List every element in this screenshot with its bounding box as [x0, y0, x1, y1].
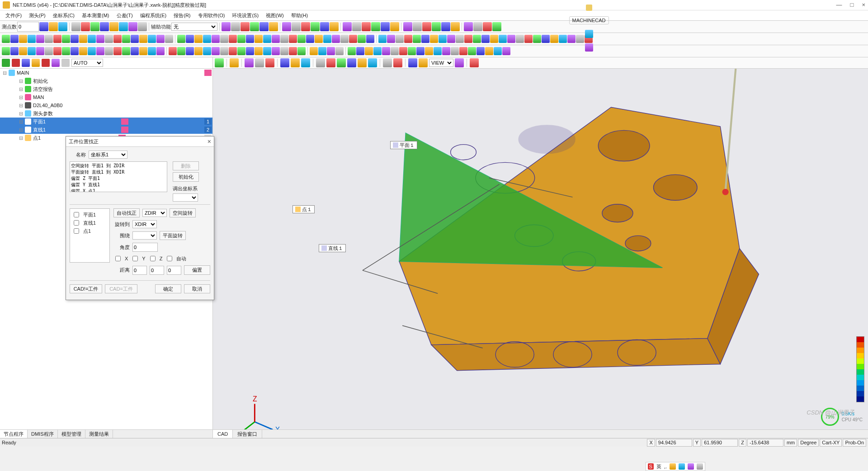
points-input[interactable]	[17, 22, 39, 32]
tree-node[interactable]: ⊟平面11	[0, 118, 212, 126]
tb-icon[interactable]	[269, 22, 278, 31]
tree-node[interactable]: ⊟MAIN	[0, 69, 212, 77]
chk-y[interactable]	[132, 256, 138, 261]
view-icon[interactable]	[301, 58, 310, 67]
tb-icon[interactable]	[22, 59, 30, 67]
feature-icon[interactable]	[19, 47, 27, 55]
tab-node-program[interactable]: 节点程序	[0, 430, 28, 438]
shape-icon[interactable]	[177, 35, 185, 43]
callout-line[interactable]: 直线１	[319, 244, 346, 252]
autoalign-button[interactable]: 自动找正	[113, 208, 140, 217]
shape-icon[interactable]	[88, 35, 96, 43]
view-icon[interactable]	[383, 58, 392, 67]
tb-icon[interactable]	[128, 22, 137, 31]
feature-icon[interactable]	[88, 47, 96, 55]
tb-icon[interactable]	[100, 22, 109, 31]
probe-status[interactable]: Prob-On	[843, 439, 866, 447]
view-icon[interactable]	[291, 58, 300, 67]
feature-icon[interactable]	[28, 47, 36, 55]
init-button[interactable]: 初始化	[173, 172, 199, 181]
shape-icon[interactable]	[297, 35, 306, 43]
shape-icon[interactable]	[19, 35, 27, 43]
feature-icon[interactable]	[186, 47, 194, 55]
chk-z[interactable]	[150, 256, 156, 261]
shape-icon[interactable]	[96, 35, 104, 43]
tab-results[interactable]: 测量结果	[85, 430, 113, 438]
menu-help[interactable]: 帮助(H)	[288, 11, 311, 19]
tab-dmis-program[interactable]: DMIS程序	[28, 430, 58, 438]
menu-coord[interactable]: 坐标系(C)	[49, 11, 78, 19]
tb-icon[interactable]	[301, 22, 310, 31]
shape-icon[interactable]	[105, 35, 113, 43]
tab-report[interactable]: 报告窗口	[233, 430, 262, 438]
menu-view[interactable]: 视图(W)	[262, 11, 288, 19]
dialog-titlebar[interactable]: 工件位置找正 ×	[66, 137, 214, 147]
shape-icon[interactable]	[237, 35, 245, 43]
offset-button[interactable]: 偏置	[184, 265, 210, 274]
chk-plane[interactable]	[74, 212, 79, 217]
shape-icon[interactable]	[10, 35, 19, 43]
feature-icon[interactable]	[212, 47, 220, 55]
shape-icon[interactable]	[280, 35, 288, 43]
shape-icon[interactable]	[79, 35, 87, 43]
view-icon[interactable]	[368, 58, 377, 67]
tree-node[interactable]: ⊟直线12	[0, 126, 212, 134]
unit-mm[interactable]: mm	[784, 439, 797, 447]
tb-icon[interactable]	[231, 22, 240, 31]
feature-icon[interactable]	[177, 47, 185, 55]
dist-x-input[interactable]	[132, 266, 147, 275]
shape-icon[interactable]	[45, 35, 53, 43]
menu-file[interactable]: 文件(F)	[2, 11, 25, 19]
chk-x[interactable]	[115, 256, 121, 261]
stop-icon[interactable]	[12, 59, 20, 67]
menu-software[interactable]: 专用软件(O)	[194, 11, 229, 19]
cad-viewport[interactable]: X Y Z 平面１ 点１ 直线１ 79% 0.5K/s CPU 49°C CSD…	[213, 69, 868, 429]
planerot-button[interactable]: 平面旋转	[160, 231, 186, 240]
shape-icon[interactable]	[186, 35, 194, 43]
view-select[interactable]: VIEW	[429, 59, 453, 67]
tb-icon[interactable]	[259, 22, 269, 31]
shape-icon[interactable]	[220, 35, 228, 43]
feature-icon[interactable]	[148, 47, 156, 55]
view-icon[interactable]	[393, 58, 402, 67]
unit-degree[interactable]: Degree	[798, 439, 819, 447]
name-select[interactable]: 坐标系1	[89, 151, 127, 159]
feature-icon[interactable]	[263, 47, 271, 55]
shape-icon[interactable]	[122, 35, 130, 43]
feature-icon[interactable]	[45, 47, 53, 55]
coord-mode[interactable]: Cart-XY	[820, 439, 842, 447]
feature-icon[interactable]	[36, 47, 44, 55]
view-icon[interactable]	[215, 58, 224, 67]
menu-tolerance[interactable]: 公差(T)	[113, 11, 137, 19]
desc-textarea[interactable]: 空间旋转 平面1 到 ZDIR 平面旋转 直线1 到 XDIR 偏置 Z 平面1…	[70, 161, 167, 192]
view-icon[interactable]	[419, 58, 428, 67]
run-icon[interactable]	[71, 22, 80, 31]
tb-icon[interactable]	[109, 22, 118, 31]
shape-icon[interactable]	[131, 35, 139, 43]
tb-icon[interactable]	[58, 22, 67, 31]
xdir-select[interactable]: XDIR	[132, 220, 157, 228]
shape-icon[interactable]	[53, 35, 61, 43]
tb-icon[interactable]	[119, 22, 128, 31]
dist-z-input[interactable]	[167, 266, 181, 275]
tb-icon[interactable]	[292, 22, 301, 31]
machine-info[interactable]: MACHINECAD	[569, 16, 609, 24]
dist-y-input[interactable]	[150, 266, 164, 275]
shape-icon[interactable]	[289, 35, 297, 43]
shape-icon[interactable]	[62, 35, 70, 43]
tb-icon[interactable]	[222, 22, 231, 31]
feature-icon[interactable]	[105, 47, 113, 55]
feature-icon[interactable]	[220, 47, 228, 55]
aux-select[interactable]: 无	[171, 23, 217, 31]
shape-icon[interactable]	[36, 35, 44, 43]
tb-icon[interactable]	[250, 22, 259, 31]
feature-icon[interactable]	[237, 47, 245, 55]
flag2-icon[interactable]	[42, 59, 50, 67]
feature-icon[interactable]	[71, 47, 79, 55]
tb-icon[interactable]	[282, 22, 291, 31]
shape-icon[interactable]	[203, 35, 211, 43]
feature-icon[interactable]	[255, 47, 263, 55]
menu-probe[interactable]: 测头(P)	[25, 11, 49, 19]
tb-icon[interactable]	[81, 22, 90, 31]
feature-icon[interactable]	[122, 47, 130, 55]
